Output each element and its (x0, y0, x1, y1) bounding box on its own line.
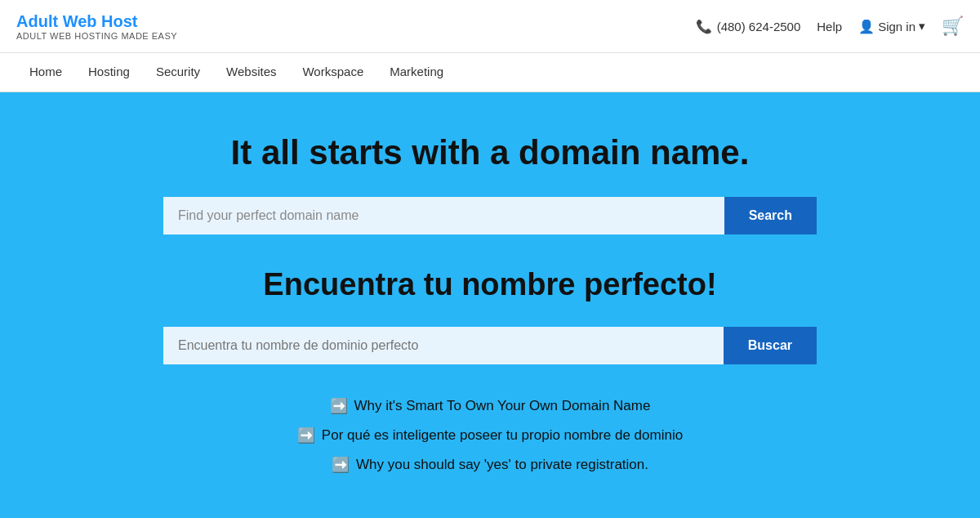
domain-search-button[interactable]: Search (724, 197, 817, 234)
arrow-icon-2: ➡️ (297, 426, 315, 444)
domain-search-input[interactable] (163, 197, 724, 234)
hero-section: It all starts with a domain name. Search… (0, 92, 980, 518)
arrow-icon-1: ➡️ (330, 397, 348, 415)
cart-icon[interactable]: 🛒 (942, 16, 964, 37)
buscar-search-button[interactable]: Buscar (724, 327, 817, 364)
domain-search-bar: Search (163, 197, 817, 234)
nav-item-marketing[interactable]: Marketing (376, 53, 457, 92)
user-icon: 👤 (858, 19, 875, 34)
arrow-icon-3: ➡️ (332, 456, 350, 474)
nav-item-security[interactable]: Security (143, 53, 213, 92)
hero-link-2-text: Por qué es inteligente poseer tu propio … (322, 427, 683, 444)
hero-link-2[interactable]: ➡️ Por qué es inteligente poseer tu prop… (297, 426, 683, 444)
hero-links: ➡️ Why it's Smart To Own Your Own Domain… (297, 397, 683, 474)
brand-tagline: ADULT WEB HOSTING MADE EASY (16, 31, 177, 41)
nav-item-websites[interactable]: Websites (213, 53, 289, 92)
hero-link-1-text: Why it's Smart To Own Your Own Domain Na… (354, 398, 651, 414)
buscar-search-input[interactable] (163, 327, 724, 364)
hero-link-3-text: Why you should say 'yes' to private regi… (356, 457, 648, 473)
signin-area[interactable]: 👤 Sign in ▾ (858, 19, 925, 34)
buscar-search-bar: Buscar (163, 327, 817, 364)
nav-item-workspace[interactable]: Workspace (289, 53, 376, 92)
hero-link-3[interactable]: ➡️ Why you should say 'yes' to private r… (332, 456, 648, 474)
header-right: 📞 (480) 624-2500 Help 👤 Sign in ▾ 🛒 (696, 16, 964, 37)
signin-label: Sign in (878, 20, 915, 33)
phone-icon: 📞 (696, 19, 712, 34)
hero-subtitle: Encuentra tu nombre perfecto! (263, 267, 716, 302)
nav-item-hosting[interactable]: Hosting (75, 53, 143, 92)
brand-logo[interactable]: Adult Web Host (16, 12, 138, 30)
hero-link-1[interactable]: ➡️ Why it's Smart To Own Your Own Domain… (330, 397, 651, 415)
phone-number: (480) 624-2500 (717, 20, 801, 33)
hero-title: It all starts with a domain name. (231, 133, 750, 172)
nav-item-home[interactable]: Home (16, 53, 75, 92)
site-header: Adult Web Host ADULT WEB HOSTING MADE EA… (0, 0, 980, 53)
main-nav: Home Hosting Security Websites Workspace… (0, 53, 980, 92)
phone-area: 📞 (480) 624-2500 (696, 19, 801, 34)
chevron-down-icon: ▾ (919, 19, 925, 33)
brand-area: Adult Web Host ADULT WEB HOSTING MADE EA… (16, 12, 177, 41)
help-link[interactable]: Help (817, 20, 842, 33)
